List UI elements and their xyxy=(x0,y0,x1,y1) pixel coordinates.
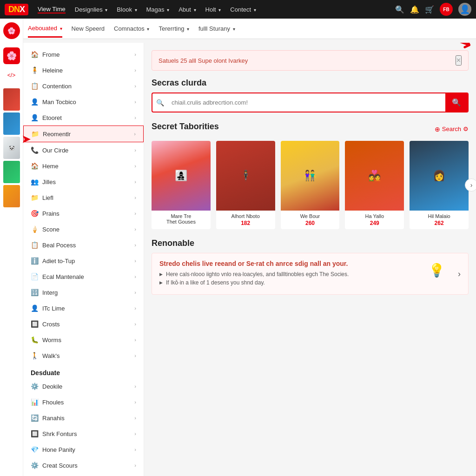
nav-item-viewtime[interactable]: View Time xyxy=(38,6,66,13)
sidebar-thumb-2[interactable] xyxy=(3,112,20,135)
manga-card-1[interactable]: 👩‍👧‍👦 Mare TreThet Gouses xyxy=(152,141,211,229)
menu-item-deokile[interactable]: ⚙️Deokile › xyxy=(23,378,144,394)
menu-item-ecalmantenale[interactable]: 📄Ecal Mantenale › xyxy=(23,269,144,284)
menu-item-etooret[interactable]: 👤Etooret › xyxy=(23,110,144,126)
menu-item-liefl[interactable]: 📁Liefl › xyxy=(23,190,144,205)
search-section-title: Secras clurda xyxy=(152,78,469,88)
nav-item-abut[interactable]: Abut ▾ xyxy=(178,6,196,13)
side-icon-main[interactable]: 🌸 xyxy=(3,47,20,64)
renonable-bullets: Here cals·nlooo iighto vnlo rea·loacyles… xyxy=(159,271,461,286)
nav-item-holt[interactable]: Holt ▾ xyxy=(205,6,221,13)
search-magnifier-icon: 🔍 xyxy=(152,94,168,111)
menu-item-heleine[interactable]: 🧍Heleine › xyxy=(23,62,144,78)
alert-text: Satuels 25 alll Supe olont Ivarkey xyxy=(159,57,248,64)
manga-card-2[interactable]: 🕴️ Alhort Nboto 182 xyxy=(216,141,275,229)
sec-nav-tererrting[interactable]: Tererrting ▾ xyxy=(159,20,189,37)
manga-card-3[interactable]: 👫 We Bour 260 xyxy=(281,141,340,229)
sidebar-thumb-1[interactable] xyxy=(3,88,20,111)
manga-count-4: 249 xyxy=(349,220,400,226)
manga-title-1: Mare TreThet Gouses xyxy=(155,213,207,225)
search-submit-button[interactable]: 🔍 xyxy=(445,93,468,112)
manga-card-5[interactable]: 👩 Hil Malaio 262 xyxy=(410,141,469,229)
menu-item-crosts[interactable]: 🔲Crosts › xyxy=(23,316,144,332)
renonable-bullet-2: If Ikǒ·in a like of 1 desens you shnd da… xyxy=(159,279,461,286)
menu-item-itclime[interactable]: 👤ITc Lime › xyxy=(23,300,144,316)
manga-search-link[interactable]: ⊕ Search ⚙ xyxy=(435,126,469,133)
menu-item-creatscours[interactable]: ⚙️Creat Scours › xyxy=(23,457,144,473)
red-arrow-indicator: ➜ xyxy=(454,43,476,55)
menu-item-visele[interactable]: 👁️Visele › xyxy=(23,473,144,476)
menu-item-frome[interactable]: 🏠Frome › xyxy=(23,46,144,62)
manga-section-title: Secret Taborities xyxy=(152,122,219,132)
alert-close-button[interactable]: × xyxy=(456,55,462,66)
side-icon-code[interactable]: </> xyxy=(3,67,20,84)
nav-item-designlies[interactable]: Designlies ▾ xyxy=(75,6,108,13)
manga-title-3: We Bour xyxy=(284,213,336,219)
sec-nav-comnactos[interactable]: Comnactos ▾ xyxy=(114,20,149,37)
renonable-bullet-1: Here cals·nlooo iighto vnlo rea·loacyles… xyxy=(159,271,461,278)
user-avatar[interactable]: 👤 xyxy=(458,3,471,16)
secondary-logo: 🌸 xyxy=(3,22,20,39)
sidebar-thumb-5[interactable] xyxy=(3,185,20,207)
menu-item-jilles[interactable]: 👥Jilles › xyxy=(23,174,144,190)
alert-banner: Satuels 25 alll Supe olont Ivarkey × ➜ xyxy=(152,50,469,71)
manga-title-4: Ha Yallo xyxy=(349,213,400,219)
menu-item-bealpocess[interactable]: 📋Beal Pocess › xyxy=(23,237,144,253)
menu-item-contention[interactable]: 📋Contention › xyxy=(23,78,144,94)
menu-item-walks[interactable]: 🚶Walk's › xyxy=(23,348,144,364)
menu-item-prains[interactable]: 🎯Prains › xyxy=(23,205,144,221)
renonable-header: Stredo chelis live reeand or Se·rat ch a… xyxy=(159,260,461,267)
sec-nav-aebouated[interactable]: Aebouated ▾ xyxy=(28,20,62,38)
main-content-area: Satuels 25 alll Supe olont Ivarkey × ➜ S… xyxy=(144,43,476,476)
menu-item-shrkfonturs[interactable]: 🔲Shrk Fonturs › xyxy=(23,426,144,442)
manga-card-4[interactable]: 💑 Ha Yallo 249 xyxy=(345,141,404,229)
renonable-lightbulb-icon: 💡 xyxy=(429,263,445,278)
manga-count-5: 262 xyxy=(413,220,465,226)
manga-count-2: 182 xyxy=(220,220,271,226)
manga-title-2: Alhort Nboto xyxy=(220,213,271,219)
menu-item-heme[interactable]: 🏠Heme › xyxy=(23,158,144,174)
menu-item-scone[interactable]: 🍦Scone › xyxy=(23,221,144,237)
menu-item-honepanity[interactable]: 💎Hone Panity › xyxy=(23,442,144,457)
search-icon[interactable]: 🔍 xyxy=(395,5,404,14)
menu-item-worms[interactable]: 🐛Worms › xyxy=(23,332,144,348)
menu-item-interg[interactable]: 🔢Interg › xyxy=(23,284,144,300)
sidebar-menu: 🏠Frome › 🧍Heleine › 📋Contention › 👤Man T… xyxy=(23,43,144,476)
nav-item-blook[interactable]: Blook ▾ xyxy=(117,6,137,13)
nav-item-contect[interactable]: Contect ▾ xyxy=(230,6,256,13)
menu-item-mantocbico[interactable]: 👤Man Tocbico › xyxy=(23,94,144,110)
sec-nav-newspeerd[interactable]: New Speerd xyxy=(72,20,105,37)
nav-item-magas[interactable]: Magas ▾ xyxy=(146,6,170,13)
menu-item-adiettup[interactable]: ℹ️Adiet to-Tup › xyxy=(23,253,144,269)
menu-item-ourcirde[interactable]: 📞Our Cirde › xyxy=(23,142,144,158)
side-icon-panel: 🌸 </> 🐼 ➤ xyxy=(0,43,23,476)
site-logo[interactable]: DNX xyxy=(5,4,28,15)
carousel-next-arrow[interactable]: › xyxy=(465,178,476,192)
manga-count-3: 260 xyxy=(284,220,336,226)
cart-icon[interactable]: 🛒 xyxy=(425,5,434,14)
manga-carousel: 👩‍👧‍👦 Mare TreThet Gouses 🕴️ Alhort Nbot… xyxy=(152,141,469,229)
search-input[interactable] xyxy=(168,94,445,111)
manga-title-5: Hil Malaio xyxy=(413,213,465,219)
side-red-arrow: ➤ xyxy=(22,133,30,145)
menu-item-fhoules[interactable]: 📊Fhoules › xyxy=(23,394,144,410)
user-badge[interactable]: FB xyxy=(440,3,453,16)
top-navigation: DNX View Time Designlies ▾ Blook ▾ Magas… xyxy=(0,0,476,19)
menu-item-reomentlr[interactable]: 📁Reomentlr › xyxy=(23,126,144,142)
search-box-container: 🔍 🔍 xyxy=(152,93,469,112)
renonable-section: Stredo chelis live reeand or Se·rat ch a… xyxy=(152,253,469,295)
menu-section-desduate: Desduate xyxy=(23,364,144,378)
manga-section-header: Secret Taborities ⊕ Search ⚙ xyxy=(152,122,469,136)
sidebar-thumb-4[interactable] xyxy=(3,161,20,183)
secondary-navigation: Aebouated ▾ New Speerd Comnactos ▾ Terer… xyxy=(23,19,476,39)
sec-nav-fullsturany[interactable]: fulll Sturany ▾ xyxy=(198,20,235,37)
menu-item-ranahis[interactable]: 🔄Ranahis › xyxy=(23,410,144,426)
renonable-section-title: Renonable xyxy=(152,238,469,248)
bell-icon[interactable]: 🔔 xyxy=(410,5,419,14)
renonable-next-arrow[interactable]: › xyxy=(458,269,461,279)
sidebar-thumb-3[interactable]: 🐼 xyxy=(3,137,20,159)
